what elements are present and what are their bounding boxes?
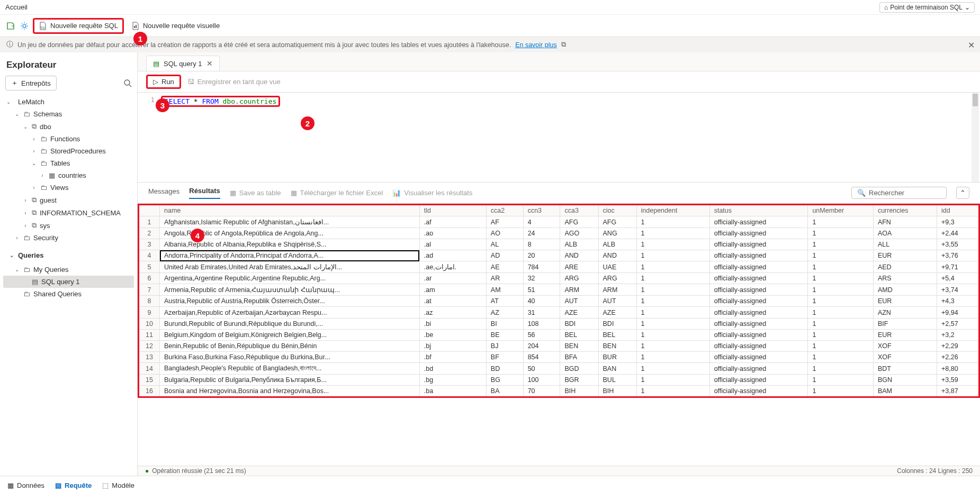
cell[interactable]: 204	[523, 341, 560, 352]
col-header-idd[interactable]: idd	[937, 205, 979, 216]
cell[interactable]: AMD	[873, 284, 937, 296]
cell[interactable]: .ad	[419, 250, 486, 261]
cell[interactable]: AFG	[560, 216, 598, 228]
cell[interactable]: .bj	[419, 341, 486, 352]
tree-item-tables[interactable]: ⌄🗀Tables	[3, 157, 134, 169]
cell[interactable]: 1	[808, 319, 873, 330]
scrollbar-thumb[interactable]	[973, 94, 978, 106]
cell[interactable]: 13	[139, 352, 160, 363]
expand-button[interactable]: ⌃	[956, 187, 969, 199]
cell[interactable]: officially-assigned	[709, 307, 808, 319]
cell[interactable]: officially-assigned	[709, 296, 808, 307]
cell[interactable]: +3,87	[937, 386, 979, 397]
cell[interactable]: 1	[808, 296, 873, 307]
cell[interactable]: BGD	[560, 363, 598, 375]
cell[interactable]: 1	[808, 352, 873, 363]
cell[interactable]: 51	[523, 284, 560, 296]
cell[interactable]: AR	[486, 273, 523, 284]
tree-item-information_schema[interactable]: ›⧉INFORMATION_SCHEMA	[3, 206, 134, 219]
table-row[interactable]: 8Austria,Republic of Austria,Republik Ös…	[139, 296, 979, 307]
cell[interactable]: 854	[523, 352, 560, 363]
cell[interactable]: ARM	[560, 284, 598, 296]
cell[interactable]: AUT	[560, 296, 598, 307]
cell[interactable]: 4	[139, 250, 160, 261]
cell[interactable]: Austria,Republic of Austria,Republik Öst…	[160, 296, 420, 307]
tree-item-guest[interactable]: ›⧉guest	[3, 194, 134, 206]
cell[interactable]: BEN	[560, 341, 598, 352]
cell[interactable]: 1	[808, 386, 873, 397]
cell[interactable]: Benin,Republic of Benin,République du Bé…	[160, 341, 420, 352]
new-visual-query-button[interactable]: Nouvelle requête visuelle	[127, 20, 224, 32]
cell[interactable]: BFA	[560, 352, 598, 363]
cell[interactable]: .at	[419, 296, 486, 307]
run-button[interactable]: ▷ Run	[146, 75, 181, 89]
tree-item-schemas[interactable]: ⌄🗀Schemas	[3, 108, 134, 120]
col-header-independent[interactable]: independent	[636, 205, 709, 216]
table-row[interactable]: 10Burundi,Republic of Burundi,République…	[139, 319, 979, 330]
cell[interactable]: BDI	[598, 319, 636, 330]
cell[interactable]: BD	[486, 363, 523, 375]
cell[interactable]: Argentina,Argentine Republic,Argentine R…	[160, 273, 420, 284]
results-tab[interactable]: Résultats	[189, 187, 220, 199]
cell[interactable]: 784	[523, 261, 560, 273]
cell[interactable]: BGR	[560, 375, 598, 386]
cell[interactable]: 10	[139, 319, 160, 330]
cell[interactable]: 31	[523, 307, 560, 319]
cell[interactable]: 1	[808, 273, 873, 284]
cell[interactable]: +9,94	[937, 307, 979, 319]
cell[interactable]: officially-assigned	[709, 330, 808, 341]
cell[interactable]: AFN	[873, 216, 937, 228]
cell[interactable]: +8,80	[937, 363, 979, 375]
cell[interactable]: 100	[523, 375, 560, 386]
cell[interactable]: 50	[523, 363, 560, 375]
cell[interactable]: +9,3	[937, 216, 979, 228]
cell[interactable]: AFG	[598, 216, 636, 228]
cell[interactable]: +3,59	[937, 375, 979, 386]
cell[interactable]: +3,76	[937, 250, 979, 261]
cell[interactable]: officially-assigned	[709, 250, 808, 261]
cell[interactable]: +2,44	[937, 228, 979, 239]
cell[interactable]: EUR	[873, 330, 937, 341]
cell[interactable]: 12	[139, 341, 160, 352]
gear-icon[interactable]	[19, 21, 30, 31]
col-header-status[interactable]: status	[709, 205, 808, 216]
cell[interactable]: .ba	[419, 386, 486, 397]
cell[interactable]: 8	[523, 239, 560, 250]
cell[interactable]: 8	[139, 296, 160, 307]
messages-tab[interactable]: Messages	[148, 187, 179, 198]
cell[interactable]: AND	[598, 250, 636, 261]
results-search-input[interactable]: 🔍 Rechercher	[851, 187, 947, 199]
cell[interactable]: +9,71	[937, 261, 979, 273]
cell[interactable]: officially-assigned	[709, 352, 808, 363]
cell[interactable]: EUR	[873, 250, 937, 261]
cell[interactable]: BAN	[598, 363, 636, 375]
table-row[interactable]: 5United Arab Emirates,United Arab Emirat…	[139, 261, 979, 273]
cell[interactable]: 24	[523, 228, 560, 239]
cell[interactable]: ARS	[873, 273, 937, 284]
cell[interactable]: .af	[419, 216, 486, 228]
cell[interactable]: 6	[139, 273, 160, 284]
cell[interactable]: ANG	[598, 228, 636, 239]
cell[interactable]: +2,26	[937, 352, 979, 363]
cell[interactable]: 1	[636, 216, 709, 228]
cell[interactable]: 14	[139, 363, 160, 375]
cell[interactable]: .bd	[419, 363, 486, 375]
table-row[interactable]: 9Azerbaijan,Republic of Azerbaijan,Azərb…	[139, 307, 979, 319]
cell[interactable]: .bi	[419, 319, 486, 330]
cell[interactable]: BE	[486, 330, 523, 341]
entrepots-button[interactable]: ＋ Entrepôts	[5, 76, 57, 90]
cell[interactable]: 1	[636, 250, 709, 261]
footer-model[interactable]: ⬚ Modèle	[102, 481, 134, 489]
col-header-cca3[interactable]: cca3	[560, 205, 598, 216]
endpoint-dropdown[interactable]: ⌂ Point de terminaison SQL ⌄	[879, 2, 975, 13]
tree-item-dbo[interactable]: ⌄⧉dbo	[3, 120, 134, 133]
cell[interactable]: Bulgaria,Republic of Bulgaria,Република …	[160, 375, 420, 386]
cell[interactable]: .az	[419, 307, 486, 319]
cell[interactable]: BAM	[873, 386, 937, 397]
cell[interactable]: 1	[636, 375, 709, 386]
cell[interactable]: +4,3	[937, 296, 979, 307]
cell[interactable]: 1	[808, 284, 873, 296]
cell[interactable]: 32	[523, 273, 560, 284]
cell[interactable]: AZE	[598, 307, 636, 319]
queries-section[interactable]: ⌄ Queries	[6, 249, 131, 261]
